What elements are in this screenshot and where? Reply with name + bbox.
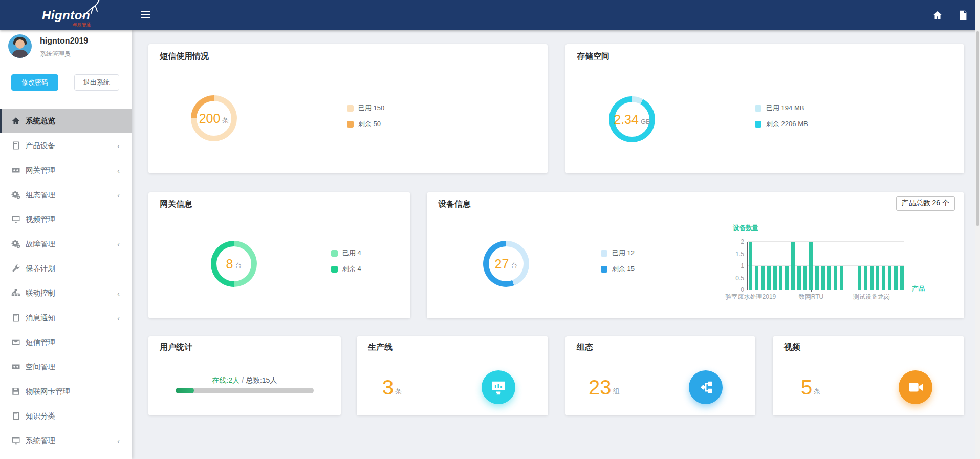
sidebar-item-14[interactable]: 系统管理‹ bbox=[0, 428, 132, 453]
card-title: 组态 bbox=[577, 342, 593, 353]
legend-label: 已用 4 bbox=[342, 248, 361, 258]
home-icon[interactable] bbox=[932, 10, 943, 21]
users-progress-fill bbox=[176, 388, 194, 393]
scada-count: 23 bbox=[589, 377, 612, 398]
sidebar-item-4[interactable]: 组态管理‹ bbox=[0, 182, 132, 207]
gateway-card: 网关信息 8 台 已用 4剩余 4 bbox=[148, 192, 410, 318]
legend-label: 已用 12 bbox=[612, 248, 635, 258]
card-title: 用户统计 bbox=[160, 342, 192, 353]
legend-item: 已用 150 bbox=[347, 103, 384, 113]
production-count: 3 bbox=[382, 377, 394, 398]
divider bbox=[678, 224, 678, 312]
sidebar-item-3[interactable]: 网关管理‹ bbox=[0, 158, 132, 182]
legend-swatch bbox=[755, 105, 761, 112]
sidebar-item-11[interactable]: 空间管理 bbox=[0, 354, 132, 379]
scrollbar-thumb[interactable] bbox=[976, 31, 979, 226]
x-axis-tick-label: 验室废水处理2019 bbox=[726, 293, 776, 301]
y-axis-tick: 1 bbox=[741, 262, 744, 269]
user-avatar[interactable] bbox=[8, 34, 32, 58]
brand-logo: Hignton 华辰智通 bbox=[0, 0, 132, 30]
bar bbox=[827, 266, 831, 290]
menu-toggle-icon[interactable] bbox=[141, 11, 150, 18]
book-icon bbox=[11, 411, 20, 421]
sidebar-item-label: 故障管理 bbox=[26, 239, 55, 249]
bar bbox=[797, 266, 801, 290]
sidebar-item-label: 保养计划 bbox=[26, 264, 55, 274]
online-users-text: 在线:2人 / 总数:15人 bbox=[176, 376, 314, 385]
x-axis-tick-mark bbox=[811, 290, 812, 292]
monitor-icon bbox=[11, 215, 20, 224]
sidebar-item-5[interactable]: 视频管理 bbox=[0, 207, 132, 232]
legend-item: 剩余 15 bbox=[601, 264, 635, 274]
bar bbox=[858, 266, 861, 290]
card-title: 短信使用情况 bbox=[160, 51, 209, 62]
device-total-value: 27 bbox=[495, 257, 509, 272]
sidebar-item-12[interactable]: 物联网卡管理 bbox=[0, 379, 132, 404]
cogs-icon bbox=[11, 239, 20, 248]
modules-icon bbox=[11, 165, 20, 175]
sidebar-item-1[interactable]: 系统总览 bbox=[0, 109, 132, 133]
production-unit: 条 bbox=[395, 387, 402, 396]
bar bbox=[894, 266, 898, 290]
separator: / bbox=[239, 376, 246, 384]
production-line-card: 生产线 3 条 bbox=[357, 336, 548, 415]
bar bbox=[821, 266, 825, 290]
user-name: hignton2019 bbox=[40, 36, 88, 46]
device-legend: 已用 12剩余 15 bbox=[601, 248, 635, 274]
gateway-total-unit: 台 bbox=[235, 261, 242, 270]
sidebar-item-2[interactable]: 产品设备‹ bbox=[0, 133, 132, 158]
sidebar-item-10[interactable]: 短信管理 bbox=[0, 330, 132, 354]
bar bbox=[779, 266, 782, 290]
legend-swatch bbox=[331, 250, 338, 257]
sidebar-item-8[interactable]: 联动控制‹ bbox=[0, 281, 132, 305]
gateway-legend: 已用 4剩余 4 bbox=[331, 248, 361, 274]
chevron-left-icon: ‹ bbox=[117, 314, 120, 322]
legend-item: 已用 12 bbox=[601, 248, 635, 258]
x-axis-tick-mark bbox=[872, 290, 872, 292]
bar bbox=[840, 266, 843, 290]
chevron-left-icon: ‹ bbox=[117, 289, 120, 298]
sidebar-item-9[interactable]: 消息通知‹ bbox=[0, 305, 132, 330]
legend-label: 剩余 2206 MB bbox=[766, 119, 808, 129]
bar bbox=[773, 266, 777, 290]
scada-card: 组态 23 组 bbox=[565, 336, 755, 415]
gridline bbox=[748, 254, 904, 254]
card-title: 网关信息 bbox=[160, 199, 192, 210]
gridline bbox=[748, 241, 904, 242]
brand-subtitle: 华辰智通 bbox=[73, 22, 91, 28]
storage-donut-chart: 2.34 GB bbox=[609, 96, 655, 142]
user-role: 系统管理员 bbox=[40, 50, 71, 58]
bar bbox=[815, 266, 819, 290]
sidebar-menu: 系统总览产品设备‹网关管理‹组态管理‹视频管理故障管理‹保养计划联动控制‹消息通… bbox=[0, 109, 132, 453]
scada-unit: 组 bbox=[613, 387, 620, 396]
bar bbox=[834, 266, 837, 290]
monitor-chart-icon bbox=[482, 370, 515, 404]
sidebar-item-label: 联动控制 bbox=[26, 288, 55, 298]
sidebar-item-7[interactable]: 保养计划 bbox=[0, 256, 132, 281]
change-password-button[interactable]: 修改密码 bbox=[11, 74, 58, 91]
document-icon[interactable] bbox=[957, 10, 969, 21]
card-title: 生产线 bbox=[368, 342, 393, 353]
bar bbox=[882, 266, 885, 290]
page-scrollbar[interactable] bbox=[975, 0, 980, 459]
bar-chart-x-title: 产品 bbox=[912, 285, 925, 294]
legend-label: 剩余 50 bbox=[358, 119, 381, 129]
sms-donut-chart: 200 条 bbox=[191, 95, 237, 141]
chevron-left-icon: ‹ bbox=[117, 166, 120, 175]
sidebar-item-13[interactable]: 知识分类 bbox=[0, 404, 132, 428]
x-axis-tick-label: 数网RTU bbox=[799, 293, 823, 301]
legend-item: 剩余 50 bbox=[347, 119, 384, 129]
floppy-icon bbox=[11, 387, 20, 396]
logout-button[interactable]: 退出系统 bbox=[74, 74, 119, 91]
chevron-left-icon: ‹ bbox=[117, 191, 120, 199]
x-axis-tick-mark bbox=[751, 290, 751, 292]
share-icon bbox=[689, 370, 723, 404]
sidebar-item-label: 网关管理 bbox=[26, 165, 55, 175]
legend-item: 剩余 2206 MB bbox=[755, 119, 808, 129]
y-axis-tick: 0.5 bbox=[735, 275, 744, 282]
sidebar-item-6[interactable]: 故障管理‹ bbox=[0, 232, 132, 256]
sidebar: hignton2019 系统管理员 修改密码 退出系统 系统总览产品设备‹网关管… bbox=[0, 30, 132, 459]
y-axis-tick: 2 bbox=[741, 238, 744, 245]
video-count: 5 bbox=[801, 377, 812, 398]
device-card: 设备信息 产品总数 26 个 27 台 已用 12剩余 15 设备数量 产品 0… bbox=[427, 192, 964, 318]
